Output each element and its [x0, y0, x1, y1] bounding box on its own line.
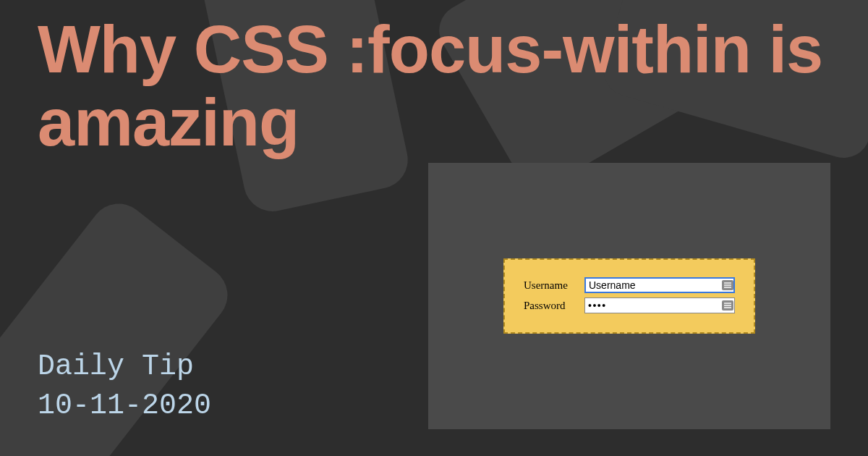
keychain-icon[interactable] [722, 280, 733, 290]
password-row: Password [524, 297, 735, 313]
keychain-icon[interactable] [722, 300, 733, 311]
username-input[interactable] [584, 277, 735, 293]
meta-category: Daily Tip [38, 347, 211, 387]
password-label: Password [524, 300, 577, 312]
meta-date: 10-11-2020 [38, 387, 211, 426]
password-input-wrap [584, 297, 735, 313]
username-row: Username [524, 277, 735, 293]
meta-block: Daily Tip 10-11-2020 [38, 347, 211, 426]
preview-panel: Username Password [428, 163, 830, 429]
password-input[interactable] [584, 297, 735, 313]
username-input-wrap [584, 277, 735, 293]
login-form: Username Password [503, 258, 755, 334]
page-title: Why CSS :focus-within is amazing [38, 13, 868, 159]
username-label: Username [524, 279, 577, 292]
